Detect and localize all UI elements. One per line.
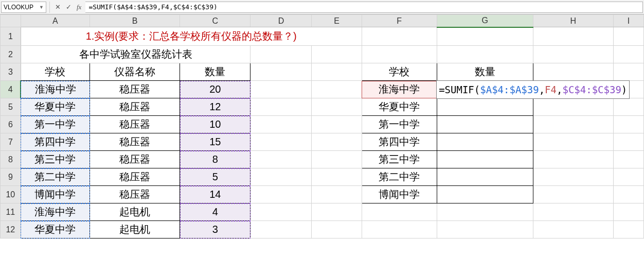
left-header-count[interactable]: 数量 [180, 63, 251, 81]
cell[interactable] [533, 168, 614, 186]
chevron-down-icon[interactable]: ▼ [39, 5, 44, 10]
cell[interactable] [312, 46, 362, 63]
cell-b5[interactable]: 稳压器 [90, 98, 180, 116]
cell[interactable] [437, 203, 533, 221]
cell[interactable] [362, 46, 437, 63]
cell[interactable] [251, 168, 312, 186]
row-header-5[interactable]: 5 [1, 98, 21, 116]
cell[interactable] [312, 63, 362, 81]
row-header-10[interactable]: 10 [1, 186, 21, 203]
cell-f6[interactable]: 第一中学 [362, 116, 437, 133]
cell[interactable] [251, 203, 312, 221]
cell[interactable] [533, 203, 614, 221]
cell[interactable] [251, 151, 312, 168]
cell-a12[interactable]: 华夏中学 [21, 221, 90, 239]
cell[interactable] [613, 46, 643, 63]
cell-a11[interactable]: 淮海中学 [21, 203, 90, 221]
row-header-6[interactable]: 6 [1, 116, 21, 133]
col-header-d[interactable]: D [251, 15, 312, 27]
cell[interactable] [437, 221, 533, 239]
cell[interactable] [613, 151, 643, 168]
cell[interactable] [613, 221, 643, 239]
spreadsheet[interactable]: A B C D E F G H I 1 1.实例(要求：汇总各学校所有仪器的总数… [0, 14, 644, 239]
cell-b4[interactable]: 稳压器 [90, 81, 180, 98]
cell-a7[interactable]: 第四中学 [21, 133, 90, 151]
cell-c7[interactable]: 15 [180, 133, 251, 151]
cell[interactable] [251, 133, 312, 151]
cell[interactable] [533, 186, 614, 203]
col-header-a[interactable]: A [21, 15, 90, 27]
col-header-i[interactable]: I [613, 15, 643, 27]
right-header-count[interactable]: 数量 [437, 63, 533, 81]
cell-a9[interactable]: 第二中学 [21, 168, 90, 186]
cell[interactable] [613, 133, 643, 151]
cell-a8[interactable]: 第三中学 [21, 151, 90, 168]
cell-g6[interactable] [437, 116, 533, 133]
cell-a5[interactable]: 华夏中学 [21, 98, 90, 116]
cell[interactable] [533, 98, 614, 116]
cell-c8[interactable]: 8 [180, 151, 251, 168]
left-header-school[interactable]: 学校 [21, 63, 90, 81]
col-header-f[interactable]: F [362, 15, 437, 27]
cell-editor-overlay[interactable]: =SUMIF($A$4:$A$39,F4,$C$4:$C$39) [436, 80, 630, 99]
cell[interactable] [312, 186, 362, 203]
cell-c6[interactable]: 10 [180, 116, 251, 133]
cell-b9[interactable]: 稳压器 [90, 168, 180, 186]
cell[interactable] [251, 116, 312, 133]
cell-c9[interactable]: 5 [180, 168, 251, 186]
cell[interactable] [533, 133, 614, 151]
col-header-b[interactable]: B [90, 15, 180, 27]
cell-f7[interactable]: 第四中学 [362, 133, 437, 151]
col-header-g[interactable]: G [437, 15, 533, 27]
row-header-8[interactable]: 8 [1, 151, 21, 168]
cell-c12[interactable]: 3 [180, 221, 251, 239]
cell-f9[interactable]: 第二中学 [362, 168, 437, 186]
cell[interactable] [533, 151, 614, 168]
cell[interactable] [613, 63, 643, 81]
row-header-1[interactable]: 1 [1, 27, 21, 46]
row-header-7[interactable]: 7 [1, 133, 21, 151]
cell[interactable] [312, 98, 362, 116]
cell-f4[interactable]: 淮海中学 [362, 81, 437, 98]
title-cell[interactable]: 1.实例(要求：汇总各学校所有仪器的总数量？) [21, 27, 362, 46]
row-header-11[interactable]: 11 [1, 203, 21, 221]
cell[interactable] [251, 46, 312, 63]
row-header-2[interactable]: 2 [1, 46, 21, 63]
name-box[interactable]: VLOOKUP ▼ [1, 2, 46, 13]
cell-c4[interactable]: 20 [180, 81, 251, 98]
cell[interactable] [312, 221, 362, 239]
cell[interactable] [533, 27, 614, 46]
formula-input[interactable]: =SUMIF($A$4:$A$39,F4,$C$4:$C$39) [85, 2, 643, 13]
select-all-corner[interactable] [1, 15, 21, 27]
cell[interactable] [437, 27, 533, 46]
cell[interactable] [613, 168, 643, 186]
cell[interactable] [251, 221, 312, 239]
cell[interactable] [251, 98, 312, 116]
cell[interactable] [437, 46, 533, 63]
cell[interactable] [533, 46, 614, 63]
row-header-12[interactable]: 12 [1, 221, 21, 239]
cell-b6[interactable]: 稳压器 [90, 116, 180, 133]
confirm-icon[interactable]: ✓ [66, 3, 71, 11]
row-header-9[interactable]: 9 [1, 168, 21, 186]
cell[interactable] [251, 186, 312, 203]
col-header-c[interactable]: C [180, 15, 251, 27]
row-header-4[interactable]: 4 [1, 81, 21, 98]
cell[interactable] [312, 151, 362, 168]
cell-b7[interactable]: 稳压器 [90, 133, 180, 151]
subtitle-cell[interactable]: 各中学试验室仪器统计表 [21, 46, 251, 63]
cell[interactable] [533, 63, 614, 81]
cell[interactable] [613, 116, 643, 133]
cell[interactable] [362, 203, 437, 221]
cell-a6[interactable]: 第一中学 [21, 116, 90, 133]
cell[interactable] [251, 63, 312, 81]
cell-g10[interactable] [437, 186, 533, 203]
col-header-e[interactable]: E [312, 15, 362, 27]
cell[interactable] [362, 221, 437, 239]
col-header-h[interactable]: H [533, 15, 614, 27]
cell-g9[interactable] [437, 168, 533, 186]
cell[interactable] [533, 221, 614, 239]
left-header-device[interactable]: 仪器名称 [90, 63, 180, 81]
cell[interactable] [613, 98, 643, 116]
cell[interactable] [533, 116, 614, 133]
